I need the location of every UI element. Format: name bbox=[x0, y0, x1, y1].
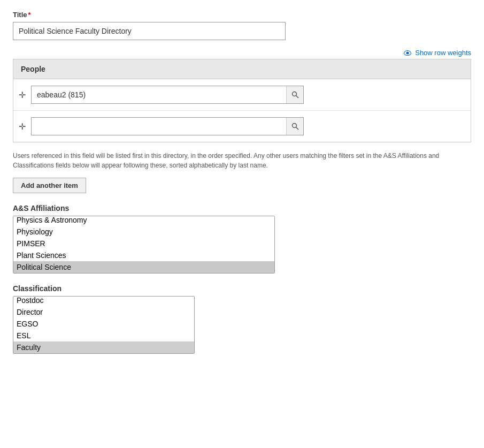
people-section: People ✛ ✛ bbox=[13, 59, 471, 142]
svg-line-3 bbox=[296, 127, 298, 130]
affiliations-select[interactable]: Physics & AstronomyPhysiologyPIMSERPlant… bbox=[13, 216, 275, 274]
person-search-button-2[interactable] bbox=[286, 118, 303, 135]
person-input-1[interactable] bbox=[31, 86, 304, 104]
search-icon-1 bbox=[291, 91, 299, 98]
search-icon-2 bbox=[291, 123, 299, 130]
people-header-text: People bbox=[21, 65, 45, 73]
affiliations-label: A&S Affiliations bbox=[13, 204, 471, 212]
show-row-weights-link[interactable]: Show row weights bbox=[404, 49, 471, 57]
show-row-weights-label: Show row weights bbox=[415, 49, 471, 57]
svg-line-1 bbox=[296, 96, 298, 98]
required-indicator: * bbox=[28, 11, 31, 19]
people-header: People bbox=[13, 59, 471, 79]
title-label: Title* bbox=[13, 11, 471, 19]
add-another-button[interactable]: Add another item bbox=[13, 178, 86, 193]
person-input-2[interactable] bbox=[31, 117, 304, 135]
svg-point-2 bbox=[292, 124, 296, 128]
classification-select[interactable]: PostdocDirectorEGSOESLFaculty bbox=[13, 296, 195, 354]
help-text: Users referenced in this field will be l… bbox=[13, 151, 471, 170]
person-input-wrapper-1 bbox=[31, 86, 304, 104]
people-row-2: ✛ bbox=[13, 111, 471, 142]
svg-point-0 bbox=[292, 92, 296, 96]
eye-icon bbox=[404, 50, 411, 56]
person-input-wrapper-2 bbox=[31, 117, 304, 135]
drag-handle-2[interactable]: ✛ bbox=[19, 122, 26, 132]
title-section: Title* bbox=[13, 11, 471, 40]
title-label-text: Title bbox=[13, 11, 27, 19]
show-row-weights-row: Show row weights bbox=[13, 49, 471, 57]
affiliations-section: A&S Affiliations Physics & AstronomyPhys… bbox=[13, 204, 471, 274]
classification-label: Classification bbox=[13, 284, 471, 293]
classification-section: Classification PostdocDirectorEGSOESLFac… bbox=[13, 284, 471, 354]
people-row: ✛ bbox=[13, 79, 471, 111]
drag-handle-1[interactable]: ✛ bbox=[19, 90, 26, 100]
person-search-button-1[interactable] bbox=[286, 86, 303, 103]
title-input[interactable] bbox=[13, 22, 286, 40]
